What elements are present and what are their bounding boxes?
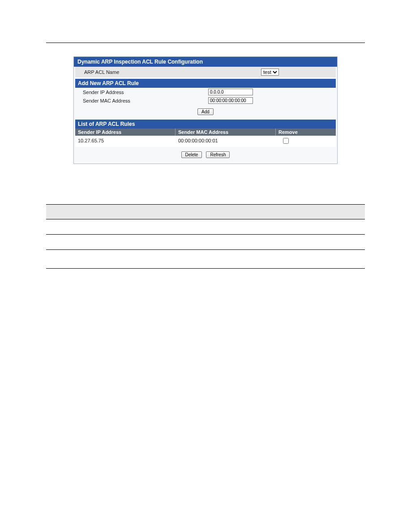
remove-checkbox[interactable]: [283, 138, 289, 144]
desc-row: [46, 235, 365, 250]
refresh-button[interactable]: Refresh: [206, 151, 230, 158]
table-row: 10.27.65.75 00:00:00:00:00:01: [75, 136, 336, 147]
delete-button[interactable]: Delete: [181, 151, 202, 158]
add-button-row: Add: [74, 105, 337, 120]
sender-ip-row: Sender IP Address: [74, 88, 337, 96]
list-section-bar: List of ARP ACL Rules: [75, 120, 336, 129]
col-header-ip: Sender IP Address: [75, 129, 176, 136]
desc-row: [46, 250, 365, 269]
add-section-bar: Add New ARP ACL Rule: [75, 79, 336, 88]
col-header-remove: Remove: [276, 129, 336, 136]
cell-remove: [276, 137, 336, 146]
list-section-title: List of ARP ACL Rules: [78, 121, 135, 127]
acl-name-select[interactable]: test: [261, 69, 279, 76]
acl-name-label: ARP ACL Name: [84, 69, 261, 75]
bottom-button-row: Delete Refresh: [74, 147, 337, 163]
panel-title-bar: Dynamic ARP Inspection ACL Rule Configur…: [74, 57, 337, 67]
desc-header-row: [46, 204, 365, 219]
table-header: Sender IP Address Sender MAC Address Rem…: [75, 129, 336, 136]
panel-title: Dynamic ARP Inspection ACL Rule Configur…: [77, 59, 203, 65]
description-table: [46, 204, 365, 269]
sender-ip-input[interactable]: [208, 89, 253, 95]
sender-ip-label: Sender IP Address: [83, 90, 208, 95]
cell-ip: 10.27.65.75: [75, 137, 176, 146]
acl-name-row: ARP ACL Name test: [75, 67, 336, 77]
sender-mac-row: Sender MAC Address: [74, 96, 337, 105]
col-header-mac: Sender MAC Address: [176, 129, 276, 136]
add-button[interactable]: Add: [197, 108, 214, 115]
add-section-title: Add New ARP ACL Rule: [78, 80, 139, 86]
config-panel: Dynamic ARP Inspection ACL Rule Configur…: [73, 56, 338, 164]
top-horizontal-rule: [46, 43, 365, 43]
sender-mac-label: Sender MAC Address: [83, 98, 208, 103]
cell-mac: 00:00:00:00:00:01: [176, 137, 276, 146]
desc-row: [46, 219, 365, 235]
sender-mac-input[interactable]: [208, 97, 253, 104]
